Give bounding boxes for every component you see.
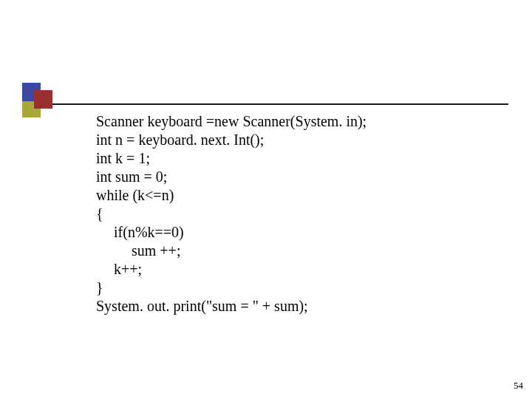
horizontal-rule bbox=[41, 103, 508, 105]
code-line: k++; bbox=[96, 260, 510, 279]
code-line: System. out. print("sum = " + sum); bbox=[96, 297, 510, 316]
slide: Scanner keyboard =new Scanner(System. in… bbox=[0, 0, 532, 399]
code-block: Scanner keyboard =new Scanner(System. in… bbox=[96, 112, 510, 316]
code-line: if(n%k==0) bbox=[96, 223, 510, 242]
code-line: { bbox=[96, 205, 510, 223]
code-line: while (k<=n) bbox=[96, 186, 510, 205]
code-line: int k = 1; bbox=[96, 149, 510, 168]
code-line: } bbox=[96, 279, 510, 297]
code-line: sum ++; bbox=[96, 242, 510, 260]
decorative-squares bbox=[22, 83, 64, 98]
code-line: int sum = 0; bbox=[96, 168, 510, 186]
code-line: int n = keyboard. next. Int(); bbox=[96, 131, 510, 149]
page-number: 54 bbox=[514, 380, 523, 392]
square-red-icon bbox=[34, 90, 52, 109]
code-line: Scanner keyboard =new Scanner(System. in… bbox=[96, 112, 510, 131]
